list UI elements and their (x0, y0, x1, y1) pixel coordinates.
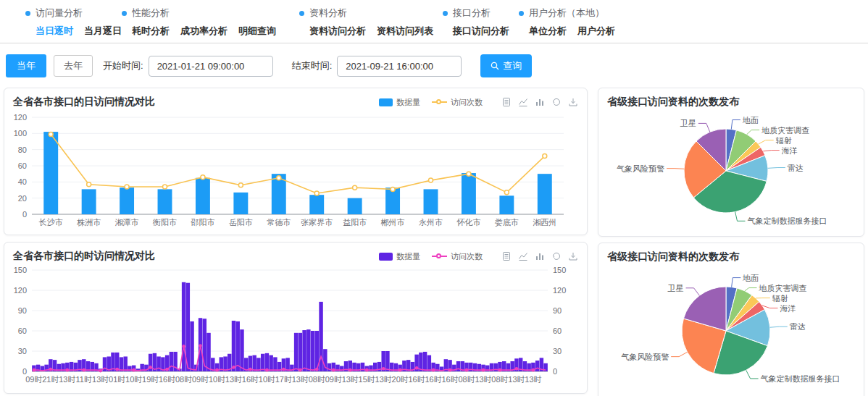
bar-chart-icon[interactable] (535, 97, 545, 107)
line-series-swatch (432, 98, 447, 106)
svg-text:30: 30 (553, 347, 562, 355)
svg-text:60: 60 (18, 327, 27, 335)
svg-text:08时: 08时 (309, 375, 325, 384)
svg-text:120: 120 (14, 113, 27, 122)
svg-text:10时: 10时 (209, 375, 225, 384)
line-chart-icon[interactable] (518, 251, 528, 261)
svg-text:13时: 13时 (292, 375, 309, 384)
svg-text:16时: 16时 (159, 375, 175, 384)
nav-group-4: 接口分析接口访问分析 (443, 7, 519, 38)
nav-bullet-icon (122, 11, 127, 16)
end-time-label: 结束时间: (292, 59, 333, 72)
nav-group-5: 用户分析（本地）单位分析用户分析 (519, 7, 615, 38)
svg-text:13时: 13时 (475, 375, 491, 384)
pie-label-5: 雷达 (788, 164, 804, 172)
svg-text:益阳市: 益阳市 (343, 218, 367, 227)
data-view-icon[interactable] (501, 97, 512, 107)
pie-label-7: 气象风险预警 (617, 164, 664, 173)
svg-text:岳阳市: 岳阳市 (229, 218, 253, 227)
main-content: 全省各市接口的日访问情况对比 数据量访问次数 020406080100120长沙… (0, 85, 868, 396)
pie-2-canvas: 地面地质灾害调查辐射海洋雷达气象定制数据服务接口气象风险预警卫星 (598, 264, 854, 396)
start-time-input[interactable] (149, 56, 273, 77)
svg-text:120: 120 (553, 286, 566, 295)
svg-text:郴州市: 郴州市 (381, 218, 405, 227)
daily-chart-legend: 数据量访问次数 (379, 97, 483, 108)
legend-item-data-volume[interactable]: 数据量 (379, 251, 420, 262)
svg-text:13时: 13时 (225, 375, 242, 384)
svg-text:10时: 10时 (125, 375, 142, 384)
svg-text:13时: 13时 (59, 375, 75, 384)
nav-group-2-item-1[interactable]: 耗时分析 (132, 25, 170, 38)
nav-group-3-item-2[interactable]: 资料访问列表 (377, 25, 433, 38)
pie-label-6: 气象定制数据服务接口 (747, 216, 827, 225)
svg-text:09时: 09时 (25, 375, 42, 384)
svg-text:0: 0 (553, 367, 557, 376)
nav-group-1-title: 访问量分析 (25, 7, 122, 20)
last-year-button[interactable]: 去年 (54, 55, 93, 77)
svg-text:150: 150 (553, 266, 566, 274)
svg-text:怀化市: 怀化市 (456, 218, 480, 227)
query-button[interactable]: 查询 (480, 54, 532, 77)
daily-chart-title: 全省各市接口的日访问情况对比 (13, 96, 155, 109)
nav-group-5-item-2[interactable]: 用户分析 (577, 25, 615, 38)
nav-group-4-item-1[interactable]: 接口访问分析 (453, 25, 509, 38)
data-view-icon[interactable] (501, 251, 512, 261)
pie-label-1: 地面 (742, 274, 759, 282)
svg-text:13时: 13时 (508, 375, 525, 384)
hourly-chart-title: 全省各市接口的时访问情况对比 (13, 250, 155, 263)
svg-text:17时: 17时 (275, 375, 292, 384)
svg-text:16时: 16时 (409, 375, 425, 384)
nav-group-5-item-1[interactable]: 单位分析 (529, 25, 567, 38)
pie-label-3: 辐射 (776, 136, 792, 145)
svg-text:08时: 08时 (491, 375, 508, 384)
pie-card-1: 省级接口访问资料的次数发布 地面地质灾害调查辐射海洋雷达气象定制数据服务接口气象… (598, 88, 864, 237)
pie-label-3: 辐射 (772, 294, 788, 303)
pie-label-1: 地面 (742, 116, 759, 125)
svg-text:10时: 10时 (259, 375, 275, 384)
end-time-input[interactable] (337, 56, 462, 77)
daily-chart-canvas: 020406080100120长沙市株洲市湘潭市衡阳市邵阳市岳阳市常德市张家界市… (4, 109, 581, 232)
hourly-chart-card: 全省各市接口的时访问情况对比 数据量访问次数 00303060609090120… (4, 242, 588, 394)
line-chart-icon[interactable] (518, 97, 528, 107)
svg-text:90: 90 (18, 306, 27, 315)
legend-item-visit-count[interactable]: 访问次数 (432, 97, 483, 108)
restore-icon[interactable] (551, 97, 562, 107)
legend-item-visit-count[interactable]: 访问次数 (432, 251, 483, 262)
pie-label-7: 气象风险预警 (621, 353, 669, 361)
nav-bullet-icon (443, 11, 448, 16)
current-year-button[interactable]: 当年 (6, 54, 46, 77)
svg-text:13时: 13时 (342, 375, 359, 384)
line-series-swatch (432, 253, 447, 261)
pie-card-2: 省级接口访问资料的次数发布 地面地质灾害调查辐射海洋雷达气象定制数据服务接口气象… (598, 243, 864, 396)
bar-chart-icon[interactable] (535, 251, 545, 261)
pie-label-4: 海洋 (780, 304, 796, 313)
svg-text:100: 100 (14, 129, 27, 138)
nav-group-5-title: 用户分析（本地） (519, 7, 615, 20)
svg-text:20: 20 (18, 194, 27, 203)
legend-item-data-volume[interactable]: 数据量 (379, 97, 420, 108)
nav-group-2-item-2[interactable]: 成功率分析 (180, 25, 228, 38)
nav-group-2: 性能分析耗时分析成功率分析明细查询 (122, 7, 299, 38)
restore-icon[interactable] (551, 251, 562, 261)
nav-group-3-item-1[interactable]: 资料访问分析 (309, 25, 366, 38)
filter-bar: 当年 去年 开始时间: 结束时间: 查询 (0, 43, 868, 85)
svg-text:娄底市: 娄底市 (495, 218, 519, 227)
svg-text:08时: 08时 (175, 375, 192, 384)
bar-series-swatch (379, 98, 393, 106)
svg-text:常德市: 常德市 (267, 218, 291, 227)
nav-group-3-title: 资料分析 (299, 7, 443, 20)
svg-text:09时: 09时 (325, 375, 342, 384)
pie-1-title: 省级接口访问资料的次数发布 (607, 96, 739, 109)
nav-group-2-item-3[interactable]: 明细查询 (238, 25, 276, 38)
nav-group-4-title: 接口分析 (443, 7, 519, 20)
pie-label-5: 雷达 (790, 322, 806, 331)
svg-text:80: 80 (18, 146, 27, 154)
svg-text:湘潭市: 湘潭市 (115, 218, 139, 227)
search-icon (491, 62, 499, 70)
nav-group-1-item-2[interactable]: 当月逐日 (84, 25, 122, 38)
download-icon[interactable] (568, 97, 578, 107)
nav-bullet-icon (299, 11, 304, 16)
download-icon[interactable] (568, 251, 578, 261)
nav-group-1-item-1[interactable]: 当日逐时 (36, 25, 73, 38)
pie-label-8: 卫星 (680, 119, 696, 127)
